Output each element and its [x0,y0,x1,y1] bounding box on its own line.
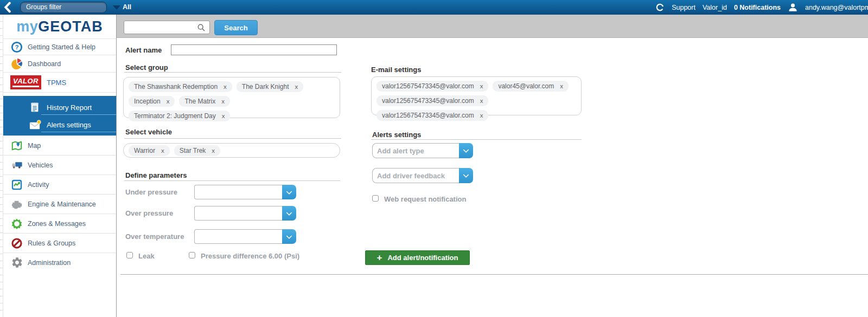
chip-label: Terminator 2: Judgment Day [134,112,216,120]
groups-all-label[interactable]: All [123,3,131,11]
divider [371,139,582,140]
over-temperature-label: Over temperature [125,232,184,241]
under-pressure-select[interactable] [194,185,282,199]
over-temperature-select[interactable] [194,229,282,244]
chip-label: valor125675473345@valor.com [382,112,474,119]
topbar-right-group: Support Valor_id 0 Notifications andy.wa… [655,0,868,15]
under-pressure-dropdown-button[interactable] [282,185,296,199]
email-settings-heading: E-mail settings [371,66,421,74]
web-request-checkbox[interactable] [372,195,379,202]
over-pressure-label: Over pressure [125,209,173,217]
chip-remove-icon[interactable]: x [480,83,483,89]
mygeotab-app: Groups filter All Support Valor_id 0 Not… [0,0,868,317]
chip-label: valor125675473345@valor.com [382,82,474,90]
chip-label: valor45@valor.com [498,82,554,90]
email-chip: valor125675473345@valor.comx [376,110,488,121]
select-vehicle-heading: Select vehicle [125,128,172,136]
group-chip: The Matrixx [179,96,229,107]
user-email[interactable]: andy.wang@valortpms.c [805,4,868,11]
over-pressure-select[interactable] [194,206,282,221]
gear-icon [10,256,23,269]
chip-remove-icon[interactable]: x [222,113,225,119]
vehicle-chip: Star Trekx [174,145,220,156]
add-driver-feedback-dropdown-button[interactable] [459,168,473,183]
group-chip: The Shawshank Redemptionx [129,81,232,92]
group-chip: Inceptionx [129,96,175,107]
alert-name-label: Alert name [125,46,162,54]
sidebar-item-valor-tpms[interactable]: VALOR TPMS [3,72,116,92]
search-button[interactable]: Search [214,20,258,35]
select-group-heading: Select group [125,63,168,72]
chip-remove-icon[interactable]: x [161,147,164,154]
add-driver-feedback-select[interactable]: Add driver feedback [372,168,459,183]
vehicle-chip: Warriorx [129,145,170,156]
mygeotab-logo: myGEOTAB [3,15,116,38]
chip-remove-icon[interactable]: x [167,98,170,105]
sidebar-item-engine-maintenance[interactable]: Engine & Maintenance [3,194,116,214]
support-link[interactable]: Support [672,4,695,11]
add-alert-type-dropdown: Add alert type [372,143,473,158]
chip-remove-icon[interactable]: x [560,83,563,89]
chip-remove-icon[interactable]: x [212,147,215,154]
sidebar-item-administration[interactable]: Administration [3,253,116,272]
submenu-item-history-report[interactable]: History Report [3,99,116,116]
tpms-submenu: History Report Alerts settings [3,96,116,135]
add-alert-type-select[interactable]: Add alert type [372,143,459,158]
over-pressure-dropdown-button[interactable] [282,206,296,221]
chevron-down-icon [463,172,469,178]
leak-checkbox[interactable] [126,252,133,258]
submenu-underline [41,132,116,132]
group-chip: Terminator 2: Judgment Dayx [129,111,230,121]
sidebar-item-zones-messages[interactable]: Zones & Messages [3,214,116,233]
pressure-difference-label: Pressure difference 6.00 (Psi) [201,252,299,260]
chevron-down-icon [463,147,469,153]
prohibition-icon [10,237,23,250]
sidebar-item-activity[interactable]: Activity [3,174,116,194]
chip-remove-icon[interactable]: x [295,83,298,90]
leak-label: Leak [138,252,155,260]
email-settings-box[interactable]: valor125675473345@valor.comxvalor45@valo… [371,76,582,115]
sidebar-item-map[interactable]: Map [3,135,116,155]
sidebar-item-rules-groups[interactable]: Rules & Groups [3,233,116,253]
svg-text:?: ? [15,44,19,50]
chip-remove-icon[interactable]: x [480,112,483,119]
add-alert-notification-button[interactable]: + Add alert/notification [365,250,470,265]
chip-remove-icon[interactable]: x [224,83,227,90]
content-bottom-divider [120,274,868,275]
pressure-difference-checkbox[interactable] [189,252,195,258]
groups-dropdown-caret-icon[interactable] [113,5,120,10]
notifications-link[interactable]: 0 Notifications [734,4,781,11]
top-bar: Groups filter All Support Valor_id 0 Not… [0,0,868,15]
submenu-item-alerts-settings[interactable]: Alerts settings [3,116,116,133]
select-vehicle-box[interactable]: WarriorxStar Trekx [123,143,340,158]
alerts-settings-heading: Alerts settings [372,131,421,139]
over-temperature-dropdown-button[interactable] [282,229,296,244]
select-group-box[interactable]: The Shawshank RedemptionxThe Dark Knight… [123,77,340,118]
add-alert-type-dropdown-button[interactable] [459,143,473,158]
user-icon [788,2,798,12]
plus-icon: + [377,253,382,262]
content-toolbar: Search [117,15,868,38]
group-chip: The Dark Knightx [237,81,303,92]
alerts-envelope-icon [28,118,41,131]
help-icon: ? [10,41,23,54]
sidebar-item-vehicles[interactable]: Vehicles [3,155,116,174]
divider [124,72,341,73]
divider [124,138,341,139]
groups-filter-input[interactable]: Groups filter [20,2,107,13]
valor-logo: VALOR [10,75,41,89]
sidebar: myGEOTAB ? Getting Started & Help Dashbo… [3,15,117,317]
alert-name-input[interactable] [171,44,337,55]
chip-remove-icon[interactable]: x [221,98,225,105]
chip-label: valor125675473345@valor.com [382,97,474,105]
sidebar-item-getting-started[interactable]: ? Getting Started & Help [3,38,116,55]
chip-label: The Matrix [184,98,215,105]
chip-label: The Dark Knight [242,83,289,90]
email-chip: valor45@valor.comx [493,81,569,92]
account-id[interactable]: Valor_id [703,4,727,11]
define-parameters-heading: Define parameters [125,171,187,179]
sidebar-item-dashboard[interactable]: Dashboard [3,55,116,72]
back-chevron-icon[interactable] [2,1,14,13]
chip-remove-icon[interactable]: x [480,98,483,104]
submenu-underline [41,114,116,115]
